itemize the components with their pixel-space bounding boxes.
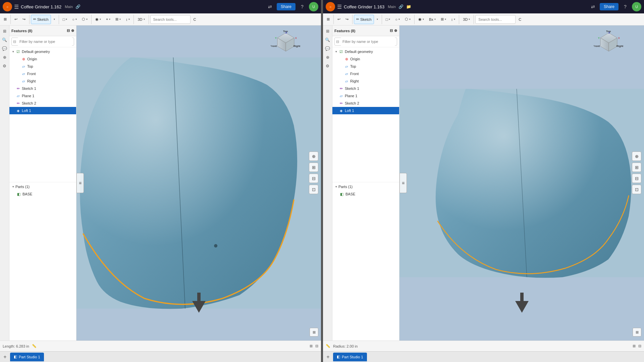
- view-btn-right[interactable]: 3D ▾: [461, 15, 472, 24]
- tool-btn-2[interactable]: ○ ▾: [70, 15, 79, 24]
- tree-item-front-left[interactable]: ▱ Front: [9, 70, 76, 77]
- sidebar-icon-comments[interactable]: 💬: [1, 45, 8, 52]
- tree-item-top-right[interactable]: ▱ Top: [332, 63, 399, 70]
- status-icon-2[interactable]: ⊟: [315, 344, 318, 348]
- link-icon-left[interactable]: 🔗: [75, 4, 80, 9]
- tree-item-base-right[interactable]: ◧ BASE: [332, 190, 399, 198]
- parts-header-left[interactable]: ▾ Parts (1): [9, 183, 76, 190]
- sidebar-icon-features[interactable]: ⊞: [1, 27, 8, 35]
- orientation-cube-right[interactable]: Top Front Right X Y Z: [594, 29, 624, 60]
- view-tool-1-left[interactable]: ⊕: [309, 152, 318, 161]
- fh-icon-2[interactable]: ⊕: [71, 28, 74, 33]
- tool-btn-7-r[interactable]: ↕ ▾: [449, 15, 458, 24]
- link-icon-right[interactable]: 🔗: [398, 4, 404, 9]
- share-button-left[interactable]: Share: [277, 3, 296, 10]
- undo-button-left[interactable]: ↩: [12, 15, 20, 24]
- tree-item-base-left[interactable]: ◧ BASE: [9, 190, 76, 198]
- filter-input-left[interactable]: [17, 38, 72, 46]
- tree-item-default-geom[interactable]: ▾ ☑ Default geometry: [9, 48, 76, 55]
- sidebar-icon-search[interactable]: 🔍: [1, 36, 8, 44]
- tool-btn-3-r[interactable]: ⬡ ▾: [402, 15, 413, 24]
- hamburger-icon-right[interactable]: ☰: [337, 4, 342, 10]
- tab-add-left[interactable]: +: [1, 353, 9, 361]
- tree-item-top-left[interactable]: ▱ Top: [9, 63, 76, 70]
- tree-item-front-right[interactable]: ▱ Front: [332, 70, 399, 77]
- parts-header-right[interactable]: ▾ Parts (1): [332, 183, 399, 190]
- tree-item-sketch2-right[interactable]: ✏ Sketch 2: [332, 100, 399, 107]
- tool-btn-5-r[interactable]: Bx ▾: [427, 15, 438, 24]
- view-tool-2-right[interactable]: ⊞: [632, 163, 641, 172]
- undo-button-right[interactable]: ↩: [335, 15, 343, 24]
- tool-btn-3[interactable]: ⬡ ▾: [79, 15, 90, 24]
- expand-icon-default-geom-r[interactable]: ▾: [334, 49, 338, 54]
- sketch-button-left[interactable]: ✏ Sketch: [31, 15, 51, 24]
- share-button-right[interactable]: Share: [600, 3, 619, 10]
- search-tools-left[interactable]: [150, 15, 191, 24]
- view-tool-4-left[interactable]: ⊡: [309, 185, 318, 194]
- tool-btn-5[interactable]: ⌖ ▾: [104, 15, 113, 24]
- expand-icon-default-geom[interactable]: ▾: [11, 49, 15, 54]
- tree-item-sketch2-left[interactable]: ✏ Sketch 2: [9, 100, 76, 107]
- tool-btn-1[interactable]: □ ▾: [60, 15, 70, 24]
- sketch-dropdown-right[interactable]: ▾: [374, 15, 380, 24]
- redo-button-left[interactable]: ↪: [20, 15, 28, 24]
- sidebar-icon-versions[interactable]: ⊕: [1, 54, 8, 61]
- help-icon-left[interactable]: ?: [298, 2, 307, 11]
- left-edge-ctrl-left[interactable]: ≡: [76, 173, 84, 193]
- redo-button-right[interactable]: ↪: [343, 15, 351, 24]
- tree-item-origin-right[interactable]: ⊕ Origin: [332, 55, 399, 63]
- tree-item-right-right[interactable]: ▱ Right: [332, 77, 399, 85]
- tab-add-right[interactable]: +: [324, 353, 332, 361]
- sketch-button-right[interactable]: ✏ Sketch: [354, 15, 374, 24]
- tree-item-plane1-right[interactable]: ▱ Plane 1: [332, 92, 399, 100]
- filter-input-right[interactable]: [340, 38, 395, 46]
- hamburger-icon-left[interactable]: ☰: [14, 4, 19, 10]
- sidebar-icon-features-r[interactable]: ⊞: [324, 27, 331, 35]
- sync-icon-left[interactable]: ⇄: [265, 2, 275, 11]
- toolbar-history-btn-r[interactable]: ⊞: [324, 15, 332, 24]
- viewport-right[interactable]: Top Front Right X Y Z ⊞ ≡: [399, 25, 644, 341]
- tree-item-sketch1-left[interactable]: ✏ Sketch 1: [9, 85, 76, 92]
- tree-item-plane1-left[interactable]: ▱ Plane 1: [9, 92, 76, 100]
- search-tools-right[interactable]: [475, 15, 516, 24]
- fh-icon-2-r[interactable]: ⊕: [394, 28, 397, 33]
- view-mode-btn-right[interactable]: ⊞: [633, 328, 641, 337]
- left-edge-ctrl-right[interactable]: ≡: [399, 173, 407, 193]
- tree-item-loft1-right[interactable]: ◈ Loft 1: [332, 107, 399, 114]
- sidebar-icon-settings[interactable]: ⚙: [1, 62, 8, 70]
- sync-icon-right[interactable]: ⇄: [588, 2, 598, 11]
- view-btn-left[interactable]: 3D ▾: [135, 15, 147, 24]
- shortcut-c-right[interactable]: C: [516, 15, 524, 24]
- tool-btn-6[interactable]: ⊞ ▾: [113, 15, 123, 24]
- view-tool-3-left[interactable]: ⊟: [309, 174, 318, 183]
- view-tool-3-right[interactable]: ⊟: [632, 174, 641, 183]
- tree-item-right-left[interactable]: ▱ Right: [9, 77, 76, 85]
- view-tool-4-right[interactable]: ⊡: [632, 185, 641, 194]
- tool-btn-4[interactable]: ◉ ▾: [93, 15, 103, 24]
- help-icon-right[interactable]: ?: [621, 2, 630, 11]
- shortcut-c-left[interactable]: C: [191, 15, 199, 24]
- view-mode-btn-left[interactable]: ⊞: [310, 328, 318, 337]
- tree-item-loft1-left[interactable]: ◈ Loft 1: [9, 107, 76, 114]
- parts-expand-icon-right[interactable]: ▾: [334, 184, 338, 189]
- tree-item-origin-left[interactable]: ⊕ Origin: [9, 55, 76, 63]
- sketch-dropdown-left[interactable]: ▾: [51, 15, 57, 24]
- status-icon-1[interactable]: ⊞: [310, 344, 313, 348]
- sidebar-icon-versions-r[interactable]: ⊕: [324, 54, 331, 61]
- tool-btn-7[interactable]: ↕ ▾: [123, 15, 132, 24]
- sidebar-icon-comments-r[interactable]: 💬: [324, 45, 331, 52]
- sidebar-icon-settings-r[interactable]: ⚙: [324, 62, 331, 70]
- view-tool-2-left[interactable]: ⊞: [309, 163, 318, 172]
- tab-part-studio-left[interactable]: ◧ Part Studio 1: [10, 353, 44, 361]
- status-icon-1-r[interactable]: ⊞: [633, 344, 636, 348]
- parts-expand-icon-left[interactable]: ▾: [11, 184, 15, 189]
- tool-btn-2-r[interactable]: ○ ▾: [393, 15, 402, 24]
- tree-item-sketch1-right[interactable]: ✏ Sketch 1: [332, 85, 399, 92]
- fh-icon-1-r[interactable]: ⊟: [390, 28, 393, 33]
- fh-icon-1[interactable]: ⊟: [67, 28, 70, 33]
- tab-part-studio-right[interactable]: ◧ Part Studio 1: [333, 353, 367, 361]
- view-tool-1-right[interactable]: ⊕: [632, 152, 641, 161]
- tree-item-default-geom-r[interactable]: ▾ ☑ Default geometry: [332, 48, 399, 55]
- sidebar-icon-search-r[interactable]: 🔍: [324, 36, 331, 44]
- folder-icon-right[interactable]: 📁: [406, 4, 411, 9]
